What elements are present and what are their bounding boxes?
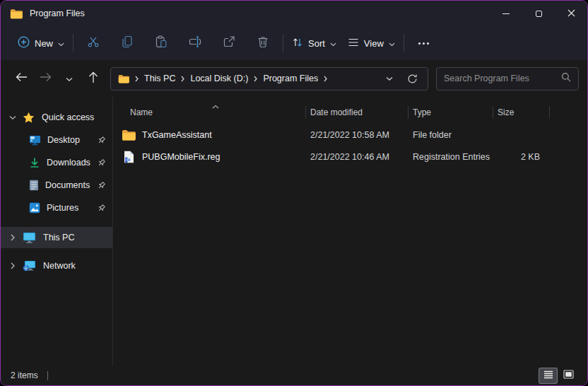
arrow-left-icon xyxy=(16,72,28,85)
minimize-icon xyxy=(502,13,510,14)
window-controls xyxy=(490,1,587,26)
view-toggles xyxy=(539,368,577,383)
sort-button[interactable]: Sort xyxy=(286,30,342,56)
view-button-label: View xyxy=(364,38,384,49)
large-icons-view-toggle[interactable] xyxy=(560,368,577,383)
folder-icon xyxy=(118,74,129,83)
breadcrumb-chevron-icon xyxy=(181,72,184,85)
refresh-icon[interactable] xyxy=(404,74,421,84)
status-bar: 2 items xyxy=(1,365,587,385)
folder-icon xyxy=(122,129,136,141)
file-name: PUBGMobileFix.reg xyxy=(142,152,220,162)
command-bar: New xyxy=(1,26,587,60)
pin-icon xyxy=(97,204,106,213)
sort-icon xyxy=(292,37,303,50)
sidebar-item-downloads[interactable]: Downloads xyxy=(1,152,112,173)
rename-icon xyxy=(189,35,201,51)
file-rows: TxGameAssistant 2/21/2022 10:58 AM File … xyxy=(113,124,587,168)
address-dropdown-chevron-icon[interactable] xyxy=(380,76,399,81)
cut-button[interactable] xyxy=(76,30,110,56)
chevron-down-icon xyxy=(330,38,336,49)
network-icon xyxy=(23,260,36,271)
chevron-down-icon xyxy=(389,38,395,49)
new-button-label: New xyxy=(35,38,53,49)
sidebar-item-label: Downloads xyxy=(47,158,90,168)
folder-icon xyxy=(10,8,23,19)
chevron-down-icon[interactable] xyxy=(8,115,18,120)
toolbar-divider xyxy=(404,34,404,52)
details-view-toggle[interactable] xyxy=(539,368,557,383)
registry-file-icon xyxy=(122,151,136,163)
sidebar-item-label: Quick access xyxy=(42,112,94,122)
column-header-type[interactable]: Type xyxy=(408,104,493,121)
back-button[interactable] xyxy=(11,68,32,89)
more-options-button[interactable] xyxy=(407,30,441,56)
view-list-icon xyxy=(348,37,359,49)
column-header-date-modified[interactable]: Date modified xyxy=(306,104,408,121)
trash-icon xyxy=(257,35,269,51)
search-input[interactable] xyxy=(444,74,561,83)
arrow-up-icon xyxy=(88,71,98,86)
maximize-button[interactable] xyxy=(522,1,555,26)
paste-button[interactable] xyxy=(144,30,178,56)
sidebar-item-desktop[interactable]: Desktop xyxy=(1,129,112,151)
view-button[interactable]: View xyxy=(342,30,401,56)
sidebar-item-label: Pictures xyxy=(47,203,78,213)
chevron-down-icon xyxy=(58,38,64,49)
sidebar-item-documents[interactable]: Documents xyxy=(1,175,112,196)
copy-button[interactable] xyxy=(110,30,144,56)
chevron-right-icon[interactable] xyxy=(8,234,18,241)
download-arrow-icon xyxy=(29,157,40,168)
forward-button[interactable] xyxy=(35,68,56,89)
up-button[interactable] xyxy=(83,68,104,89)
sidebar-item-label: Network xyxy=(43,261,76,271)
star-icon xyxy=(23,112,35,123)
column-header-name[interactable]: Name xyxy=(113,104,306,121)
chevron-right-icon[interactable] xyxy=(8,262,18,269)
body-area: Quick access Desktop xyxy=(1,97,587,365)
sidebar-item-quick-access[interactable]: Quick access xyxy=(1,107,112,128)
file-date-modified: 2/21/2022 10:46 AM xyxy=(306,152,408,162)
file-type: Registration Entries xyxy=(408,152,493,162)
recent-locations-button[interactable] xyxy=(59,68,80,89)
navigation-bar: This PC Local Disk (D:) Program Files xyxy=(1,60,587,97)
arrow-right-icon xyxy=(40,72,52,85)
minimize-button[interactable] xyxy=(490,1,522,26)
sidebar-item-network[interactable]: Network xyxy=(1,255,112,276)
new-button[interactable]: New xyxy=(12,30,70,56)
breadcrumb-local-disk-d[interactable]: Local Disk (D:) xyxy=(190,74,248,83)
sidebar-item-pictures[interactable]: Pictures xyxy=(1,197,112,218)
sidebar-item-this-pc[interactable]: This PC xyxy=(1,227,112,248)
file-size: 2 KB xyxy=(493,152,550,162)
delete-button[interactable] xyxy=(246,30,280,56)
desktop-icon xyxy=(29,135,41,146)
picture-icon xyxy=(29,202,40,214)
file-explorer-window: Program Files New xyxy=(0,0,588,386)
search-box[interactable] xyxy=(436,67,579,90)
column-header-size[interactable]: Size xyxy=(493,104,550,121)
breadcrumb-chevron-icon xyxy=(324,72,327,85)
breadcrumb-chevron-icon xyxy=(254,72,257,85)
close-button[interactable] xyxy=(555,1,587,26)
address-bar[interactable]: This PC Local Disk (D:) Program Files xyxy=(110,67,428,90)
titlebar: Program Files xyxy=(1,1,587,26)
pin-icon xyxy=(97,158,106,168)
breadcrumb-this-pc[interactable]: This PC xyxy=(144,74,175,83)
share-icon xyxy=(223,35,235,51)
file-name: TxGameAssistant xyxy=(142,130,212,140)
copy-icon xyxy=(121,35,134,51)
ellipsis-icon xyxy=(418,42,429,45)
details-view-icon xyxy=(543,370,553,381)
file-type: File folder xyxy=(408,130,493,140)
large-icons-view-icon xyxy=(563,370,574,381)
sidebar-item-label: Desktop xyxy=(47,135,80,145)
breadcrumb-program-files[interactable]: Program Files xyxy=(263,74,318,83)
share-button[interactable] xyxy=(212,30,246,56)
close-icon xyxy=(568,7,575,20)
toolbar-divider xyxy=(73,34,74,52)
rename-button[interactable] xyxy=(178,30,212,56)
file-row-pubgmobilefix-reg[interactable]: PUBGMobileFix.reg 2/21/2022 10:46 AM Reg… xyxy=(113,146,587,168)
file-row-txgameassistant[interactable]: TxGameAssistant 2/21/2022 10:58 AM File … xyxy=(113,124,587,146)
window-title: Program Files xyxy=(30,8,85,18)
chevron-down-icon xyxy=(66,72,73,85)
